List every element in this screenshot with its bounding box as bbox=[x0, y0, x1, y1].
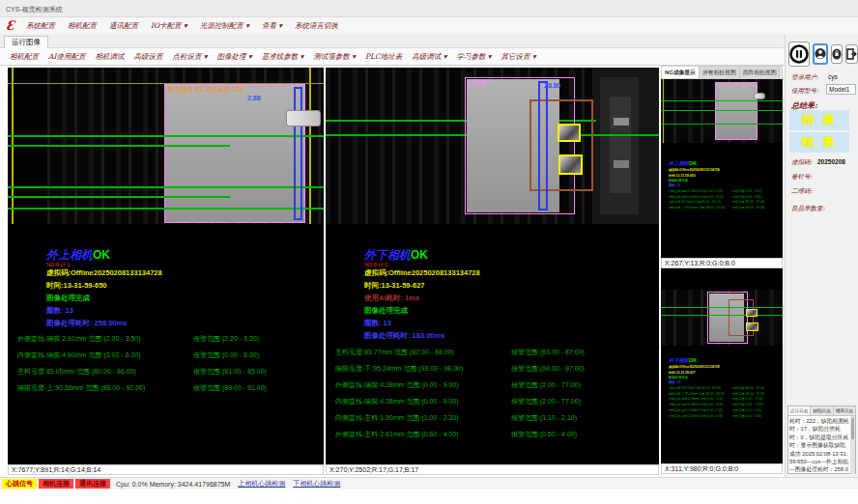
tool-ai-config[interactable]: AI使用配置 bbox=[48, 52, 85, 62]
mini-result-text: 外上相机OK 虚拟码:Offline20250208133134728 时间:1… bbox=[669, 160, 783, 210]
tool-image-processing[interactable]: 图像处理 ▾ bbox=[217, 52, 252, 62]
elapsed-line: 图像处理耗时: 183.00ms bbox=[364, 331, 444, 341]
measurement-row: 外侧直线-隔膜:2.91mm 范围:(2.00 - 3.50)报警范围:(2.2… bbox=[669, 189, 783, 193]
measurement-value: 外侧直线-隔膜:2.91mm 范围:(2.00 - 3.50) bbox=[669, 189, 732, 193]
user-icon bbox=[815, 47, 826, 61]
camera-image-upper: 静态阈值:93, 动态阈值:100 2.88 bbox=[8, 68, 324, 224]
log-scrollbar-thumb bbox=[851, 418, 854, 439]
exit-button[interactable] bbox=[845, 44, 858, 64]
count-line: 圈数: 13 bbox=[364, 319, 391, 328]
measurement-row: 内侧直线-主料:1.90mm 范围:(1.00 - 2.20) 报警范围:(1.… bbox=[326, 413, 659, 427]
green-baseline bbox=[661, 124, 783, 125]
time-line: 时间:13-31-59-650 bbox=[46, 281, 107, 291]
pixel-coordinate-bar: X:311;Y:980;R:0;G:0;B:0 bbox=[661, 463, 783, 474]
login-user-button[interactable] bbox=[813, 43, 828, 65]
exit-door-icon bbox=[846, 48, 857, 60]
camera-title-lower: 外下相机OK bbox=[669, 357, 783, 364]
pixel-coordinate-bar: X:270;Y:2502;R:17;G:17;B:17 bbox=[326, 464, 659, 475]
barcode-line: 虚拟码:Offline20250208133134728 bbox=[669, 365, 783, 369]
alarm-range: 报警范围:(2.00 - 77.00) bbox=[511, 397, 581, 406]
log-tab-error[interactable]: 错误日志 bbox=[834, 406, 856, 415]
yellow-guide-line bbox=[663, 79, 664, 143]
app-logo-icon: Ɛ bbox=[6, 19, 18, 32]
alarm-range: 报警范围:(94.00 - 97.00) bbox=[511, 364, 585, 374]
lock-button[interactable] bbox=[831, 44, 843, 64]
mini-canvas-lower[interactable]: 外下相机OK 虚拟码:Offline20250208133134728 时间:1… bbox=[661, 268, 783, 463]
alarm-range: 报警范围:(94.00 - 97.00) bbox=[732, 392, 764, 396]
mini-result-text: 外下相机OK 虚拟码:Offline20250208133134728 时间:1… bbox=[669, 357, 783, 418]
measurement-value: 外侧直线-主料:2.61mm 范围:(0.60 - 4.00) bbox=[335, 430, 459, 439]
yellow-feature-roi bbox=[558, 124, 581, 142]
tool-baseline-params[interactable]: 基准线参数 ▾ bbox=[262, 52, 304, 62]
measurement-value: 主料宽度:83.77mm 范围:(82.00 - 88.00) bbox=[335, 348, 454, 357]
camera-canvas-upper[interactable]: 静态阈值:93, 动态阈值:100 2.88 外上相机OK NG:0;计:1 虚… bbox=[8, 68, 324, 464]
virtual-code-label: 虚拟码: bbox=[791, 158, 813, 167]
alarm-range: 报警范围:(0.60 - 4.00) bbox=[732, 414, 761, 418]
alarm-range: 报警范围:(1.10 - 2.10) bbox=[511, 413, 577, 423]
log-tab-defect[interactable]: 缺陷日志 bbox=[811, 406, 833, 415]
measurement-row: 外侧直线-主料:2.61mm 范围:(0.60 - 4.00) 报警范围:(0.… bbox=[326, 430, 659, 443]
measurement-row: 主料宽度:83.77mm 范围:(82.00 - 88.00) 报警范围:(83… bbox=[326, 348, 659, 361]
measurement-row: 主料宽度:83.05mm 范围:(80.00 - 86.00) 报警范围:(81… bbox=[8, 367, 324, 380]
measurement-row: 外侧直线-隔膜:4.38mm 范围:(0.00 - 9.00) 报警范围:(2.… bbox=[326, 380, 659, 394]
heartbeat-badge: 心跳信号 bbox=[2, 479, 37, 489]
tool-learning-params[interactable]: 学习参数 ▾ bbox=[456, 52, 491, 62]
alarm-range: 报警范围:(1.10 - 2.10) bbox=[732, 408, 761, 412]
tool-camera-config[interactable]: 相机配置 bbox=[10, 52, 39, 62]
log-tab-run[interactable]: 运行日志 bbox=[788, 406, 811, 415]
green-baseline bbox=[8, 186, 324, 188]
camera-name: 外上相机 bbox=[669, 160, 689, 166]
tool-advanced-debug[interactable]: 高级调试 ▾ bbox=[412, 52, 446, 62]
tab-ng-display[interactable]: NG成像显示 bbox=[662, 67, 700, 78]
menu-language-switch[interactable]: 系统语言切换 bbox=[295, 21, 338, 31]
measure-value-label: 2.88 bbox=[247, 95, 261, 101]
tool-plc-address-table[interactable]: PLC地址表 bbox=[365, 52, 402, 62]
blue-measure-roi bbox=[294, 87, 302, 220]
lower-camera-heartbeat-link[interactable]: 下相机心跳检测 bbox=[293, 479, 340, 489]
menu-light-config[interactable]: 光源控制配置 ▾ bbox=[200, 21, 249, 31]
measurement-row: 内侧直线-隔膜:4.60mm 范围:(3.00 - 6.00)报警范围:(0.0… bbox=[669, 195, 783, 199]
menu-view[interactable]: 查看 ▾ bbox=[262, 21, 282, 31]
time-line: 时间:13-31-59-627 bbox=[364, 281, 425, 291]
connector-part bbox=[754, 93, 765, 99]
measurement-value: 内侧直线-隔膜:4.60mm 范围:(3.00 - 6.00) bbox=[669, 195, 732, 199]
upper-camera-heartbeat-link[interactable]: 上相机心跳检测 bbox=[238, 479, 285, 489]
camera-status: OK bbox=[93, 248, 110, 262]
tab-run-image[interactable]: 运行图像 bbox=[4, 36, 48, 48]
menu-camera-config[interactable]: 相机配置 bbox=[68, 21, 97, 31]
ai-elapsed-line: 使用AI耗时: 1ms bbox=[364, 294, 419, 303]
tool-other-settings[interactable]: 其它设置 ▾ bbox=[501, 52, 536, 62]
measurement-value: 内侧直线-主料:1.90mm 范围:(1.00 - 2.20) bbox=[335, 413, 459, 423]
tab-all-cameras[interactable]: 所有相机视图 bbox=[700, 67, 740, 78]
done-line: 图像处理完成 bbox=[46, 294, 90, 303]
alarm-range: 报警范围:(81.00 - 85.00) bbox=[193, 367, 267, 377]
alarm-range: 报警范围:(83.00 - 87.00) bbox=[511, 348, 585, 357]
title-bar: CYS-视觉检测系统 bbox=[0, 0, 858, 17]
model-select[interactable]: Model1 bbox=[826, 84, 856, 95]
menu-io-config[interactable]: IO卡配置 ▾ bbox=[151, 21, 187, 31]
mini-canvas-upper[interactable]: 外上相机OK 虚拟码:Offline20250208133134728 时间:1… bbox=[661, 79, 783, 258]
measurement-row: 内侧直线-主料:1.90mm 范围:(1.00 - 2.20)报警范围:(1.1… bbox=[669, 408, 783, 412]
alarm-range: 报警范围:(2.20 - 3.20) bbox=[732, 189, 761, 193]
tool-advanced-settings[interactable]: 高级设置 bbox=[133, 52, 162, 62]
measurement-row: 主料宽度:83.05mm 范围:(80.00 - 86.00)报警范围:(81.… bbox=[669, 200, 783, 204]
tool-camera-debug[interactable]: 相机调试 bbox=[95, 52, 124, 62]
measurement-value: 内侧直线-隔膜:4.38mm 范围:(0.00 - 9.00) bbox=[669, 403, 732, 406]
camera-canvas-lower[interactable]: AI检测区 28.80 外下相机OK NG:0;计:1 虚拟码:Offline2… bbox=[326, 68, 659, 464]
app-window: CYS-视觉检测系统 Ɛ 系统配置 相机配置 通讯配置 IO卡配置 ▾ 光源控制… bbox=[0, 0, 858, 504]
yellow-feature-roi bbox=[746, 322, 758, 331]
measurement-value: 内侧直线-隔膜:4.38mm 范围:(0.00 - 9.00) bbox=[335, 397, 459, 406]
measurement-row: 内侧直线-隔膜:4.38mm 范围:(0.00 - 9.00)报警范围:(2.0… bbox=[669, 403, 783, 406]
log-scrollbar[interactable] bbox=[850, 416, 855, 474]
measurement-value: 隔膜宽度-下:95.24mm 范围:(93.00 - 98.00) bbox=[335, 364, 463, 374]
alarm-range: 报警范围:(2.00 - 77.00) bbox=[732, 397, 763, 401]
menu-system-config[interactable]: 系统配置 bbox=[26, 21, 55, 31]
tab-area-cameras[interactable]: 面阵相机视图 bbox=[740, 67, 781, 78]
pause-button[interactable] bbox=[788, 42, 810, 67]
tool-test-params[interactable]: 测试项参数 ▾ bbox=[313, 52, 356, 62]
tool-spotcheck-settings[interactable]: 点检设置 ▾ bbox=[172, 52, 207, 62]
menu-bar: Ɛ 系统配置 相机配置 通讯配置 IO卡配置 ▾ 光源控制配置 ▾ 查看 ▾ 系… bbox=[0, 17, 858, 34]
log-text: 耗时：222，缺陷检测耗时：17，缺陷分类耗时：0，缺陷提取分区耗时：显示图像获… bbox=[789, 417, 850, 473]
menu-comm-config[interactable]: 通讯配置 bbox=[109, 21, 138, 31]
control-panel: 登录用户: cys 使用型号: Model1 总结果: 结 果 结 果 虚拟码:… bbox=[785, 35, 858, 477]
